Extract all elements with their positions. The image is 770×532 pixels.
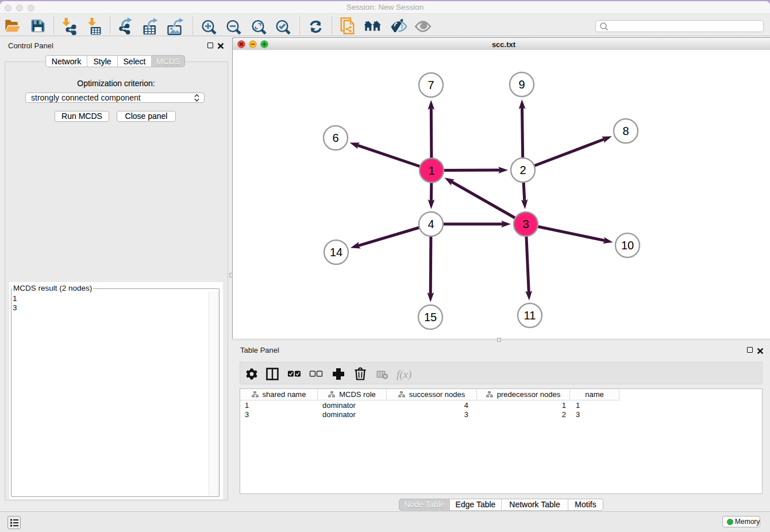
svg-text:7: 7 [428,79,434,91]
svg-text:6: 6 [332,132,338,144]
svg-text:10: 10 [621,239,634,252]
svg-text:3: 3 [522,218,529,230]
svg-text:14: 14 [330,246,342,259]
svg-text:4: 4 [428,218,434,230]
svg-text:1: 1 [428,164,434,177]
svg-text:9: 9 [518,78,525,91]
svg-text:8: 8 [622,125,629,137]
svg-text:15: 15 [424,311,437,323]
svg-text:2: 2 [519,164,526,176]
svg-text:f(x): f(x) [396,368,411,381]
svg-text:11: 11 [524,309,536,322]
